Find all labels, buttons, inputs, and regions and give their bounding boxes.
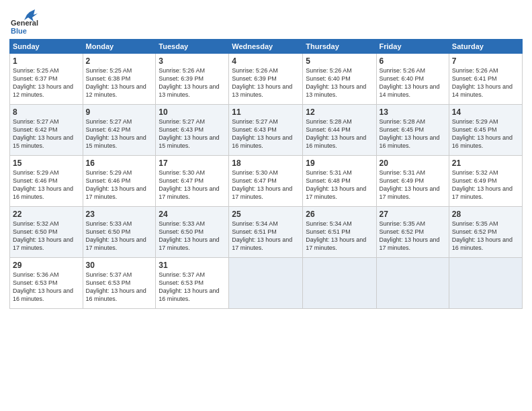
- logo-icon: General Blue: [9, 7, 39, 36]
- day-number: 23: [86, 210, 153, 219]
- calendar-cell: 31Sunrise: 5:37 AMSunset: 6:53 PMDayligh…: [156, 258, 229, 309]
- logo: General Blue: [9, 7, 39, 36]
- calendar-cell: 29Sunrise: 5:36 AMSunset: 6:53 PMDayligh…: [10, 258, 83, 309]
- cell-info: Sunrise: 5:29 AMSunset: 6:45 PMDaylight:…: [452, 118, 513, 149]
- day-number: 28: [452, 210, 519, 219]
- cell-info: Sunrise: 5:27 AMSunset: 6:42 PMDaylight:…: [86, 118, 146, 149]
- day-number: 8: [13, 107, 80, 117]
- calendar-cell: [229, 258, 303, 309]
- column-header-thursday: Thursday: [303, 40, 376, 54]
- calendar-cell: 22Sunrise: 5:32 AMSunset: 6:50 PMDayligh…: [10, 207, 83, 258]
- calendar-week-row: 15Sunrise: 5:29 AMSunset: 6:46 PMDayligh…: [10, 156, 523, 207]
- calendar-table: SundayMondayTuesdayWednesdayThursdayFrid…: [9, 39, 523, 309]
- calendar-cell: 24Sunrise: 5:33 AMSunset: 6:50 PMDayligh…: [156, 207, 229, 258]
- calendar-cell: 25Sunrise: 5:34 AMSunset: 6:51 PMDayligh…: [229, 207, 303, 258]
- calendar-cell: 7Sunrise: 5:26 AMSunset: 6:41 PMDaylight…: [449, 54, 522, 105]
- calendar-cell: 18Sunrise: 5:30 AMSunset: 6:47 PMDayligh…: [229, 156, 303, 207]
- cell-info: Sunrise: 5:37 AMSunset: 6:53 PMDaylight:…: [159, 271, 219, 302]
- cell-info: Sunrise: 5:31 AMSunset: 6:49 PMDaylight:…: [380, 169, 440, 200]
- cell-info: Sunrise: 5:35 AMSunset: 6:52 PMDaylight:…: [452, 220, 513, 251]
- day-number: 30: [86, 261, 153, 270]
- column-header-friday: Friday: [376, 40, 449, 54]
- calendar-cell: 26Sunrise: 5:34 AMSunset: 6:51 PMDayligh…: [303, 207, 376, 258]
- svg-text:Blue: Blue: [11, 27, 27, 35]
- cell-info: Sunrise: 5:26 AMSunset: 6:39 PMDaylight:…: [232, 67, 292, 98]
- calendar-cell: 17Sunrise: 5:30 AMSunset: 6:47 PMDayligh…: [156, 156, 229, 207]
- cell-info: Sunrise: 5:36 AMSunset: 6:53 PMDaylight:…: [13, 271, 73, 302]
- calendar-cell: 9Sunrise: 5:27 AMSunset: 6:42 PMDaylight…: [83, 105, 156, 156]
- column-header-saturday: Saturday: [449, 40, 522, 54]
- cell-info: Sunrise: 5:26 AMSunset: 6:40 PMDaylight:…: [306, 67, 366, 98]
- cell-info: Sunrise: 5:32 AMSunset: 6:50 PMDaylight:…: [13, 220, 73, 251]
- cell-info: Sunrise: 5:25 AMSunset: 6:37 PMDaylight:…: [13, 67, 73, 98]
- day-number: 13: [380, 107, 446, 117]
- calendar-cell: [449, 258, 522, 309]
- calendar-cell: 20Sunrise: 5:31 AMSunset: 6:49 PMDayligh…: [376, 156, 449, 207]
- day-number: 15: [13, 158, 80, 168]
- cell-info: Sunrise: 5:28 AMSunset: 6:44 PMDaylight:…: [306, 118, 366, 149]
- day-number: 26: [306, 210, 373, 219]
- day-number: 6: [380, 56, 446, 66]
- day-number: 2: [86, 56, 153, 66]
- svg-text:General: General: [11, 19, 38, 27]
- cell-info: Sunrise: 5:27 AMSunset: 6:42 PMDaylight:…: [13, 118, 73, 149]
- day-number: 11: [232, 107, 300, 117]
- calendar-cell: 3Sunrise: 5:26 AMSunset: 6:39 PMDaylight…: [156, 54, 229, 105]
- calendar-cell: 2Sunrise: 5:25 AMSunset: 6:38 PMDaylight…: [83, 54, 156, 105]
- cell-info: Sunrise: 5:26 AMSunset: 6:39 PMDaylight:…: [159, 67, 219, 98]
- cell-info: Sunrise: 5:34 AMSunset: 6:51 PMDaylight:…: [306, 220, 366, 251]
- day-number: 4: [232, 56, 300, 66]
- calendar-cell: 1Sunrise: 5:25 AMSunset: 6:37 PMDaylight…: [10, 54, 83, 105]
- day-number: 18: [232, 158, 300, 168]
- day-number: 22: [13, 210, 80, 219]
- column-header-sunday: Sunday: [10, 40, 83, 54]
- calendar-cell: 30Sunrise: 5:37 AMSunset: 6:53 PMDayligh…: [83, 258, 156, 309]
- day-number: 14: [452, 107, 519, 117]
- cell-info: Sunrise: 5:29 AMSunset: 6:46 PMDaylight:…: [86, 169, 146, 200]
- calendar-cell: 4Sunrise: 5:26 AMSunset: 6:39 PMDaylight…: [229, 54, 303, 105]
- day-number: 10: [159, 107, 226, 117]
- cell-info: Sunrise: 5:29 AMSunset: 6:46 PMDaylight:…: [13, 169, 73, 200]
- day-number: 5: [306, 56, 373, 66]
- calendar-cell: 11Sunrise: 5:27 AMSunset: 6:43 PMDayligh…: [229, 105, 303, 156]
- cell-info: Sunrise: 5:26 AMSunset: 6:41 PMDaylight:…: [452, 67, 513, 98]
- cell-info: Sunrise: 5:30 AMSunset: 6:47 PMDaylight:…: [159, 169, 219, 200]
- cell-info: Sunrise: 5:33 AMSunset: 6:50 PMDaylight:…: [159, 220, 219, 251]
- day-number: 20: [380, 158, 446, 168]
- day-number: 29: [13, 261, 80, 270]
- day-number: 19: [306, 158, 373, 168]
- calendar-cell: 16Sunrise: 5:29 AMSunset: 6:46 PMDayligh…: [83, 156, 156, 207]
- day-number: 1: [13, 56, 80, 66]
- cell-info: Sunrise: 5:35 AMSunset: 6:52 PMDaylight:…: [380, 220, 440, 251]
- calendar-cell: 6Sunrise: 5:26 AMSunset: 6:40 PMDaylight…: [376, 54, 449, 105]
- calendar-week-row: 22Sunrise: 5:32 AMSunset: 6:50 PMDayligh…: [10, 207, 523, 258]
- cell-info: Sunrise: 5:28 AMSunset: 6:45 PMDaylight:…: [380, 118, 440, 149]
- day-number: 17: [159, 158, 226, 168]
- cell-info: Sunrise: 5:33 AMSunset: 6:50 PMDaylight:…: [86, 220, 146, 251]
- cell-info: Sunrise: 5:34 AMSunset: 6:51 PMDaylight:…: [232, 220, 292, 251]
- day-number: 7: [452, 56, 519, 66]
- cell-info: Sunrise: 5:27 AMSunset: 6:43 PMDaylight:…: [159, 118, 219, 149]
- day-number: 25: [232, 210, 300, 219]
- day-number: 24: [159, 210, 226, 219]
- cell-info: Sunrise: 5:31 AMSunset: 6:48 PMDaylight:…: [306, 169, 366, 200]
- day-number: 12: [306, 107, 373, 117]
- column-header-monday: Monday: [83, 40, 156, 54]
- column-header-tuesday: Tuesday: [156, 40, 229, 54]
- cell-info: Sunrise: 5:30 AMSunset: 6:47 PMDaylight:…: [232, 169, 292, 200]
- day-number: 9: [86, 107, 153, 117]
- calendar-cell: 27Sunrise: 5:35 AMSunset: 6:52 PMDayligh…: [376, 207, 449, 258]
- calendar-cell: 23Sunrise: 5:33 AMSunset: 6:50 PMDayligh…: [83, 207, 156, 258]
- calendar-cell: 10Sunrise: 5:27 AMSunset: 6:43 PMDayligh…: [156, 105, 229, 156]
- calendar-week-row: 29Sunrise: 5:36 AMSunset: 6:53 PMDayligh…: [10, 258, 523, 309]
- cell-info: Sunrise: 5:26 AMSunset: 6:40 PMDaylight:…: [380, 67, 440, 98]
- calendar-cell: [376, 258, 449, 309]
- cell-info: Sunrise: 5:37 AMSunset: 6:53 PMDaylight:…: [86, 271, 146, 302]
- calendar-cell: 21Sunrise: 5:32 AMSunset: 6:49 PMDayligh…: [449, 156, 522, 207]
- calendar-cell: 15Sunrise: 5:29 AMSunset: 6:46 PMDayligh…: [10, 156, 83, 207]
- calendar-cell: 14Sunrise: 5:29 AMSunset: 6:45 PMDayligh…: [449, 105, 522, 156]
- calendar-cell: 12Sunrise: 5:28 AMSunset: 6:44 PMDayligh…: [303, 105, 376, 156]
- day-number: 31: [159, 261, 226, 270]
- calendar-header-row: SundayMondayTuesdayWednesdayThursdayFrid…: [10, 40, 523, 54]
- cell-info: Sunrise: 5:27 AMSunset: 6:43 PMDaylight:…: [232, 118, 292, 149]
